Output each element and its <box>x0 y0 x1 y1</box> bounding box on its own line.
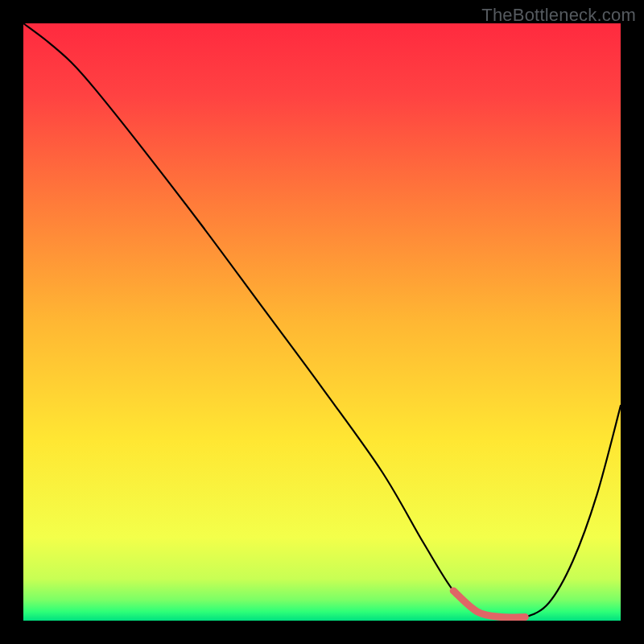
chart-svg <box>23 23 621 621</box>
chart-frame <box>23 23 621 621</box>
gradient-background <box>23 23 621 621</box>
